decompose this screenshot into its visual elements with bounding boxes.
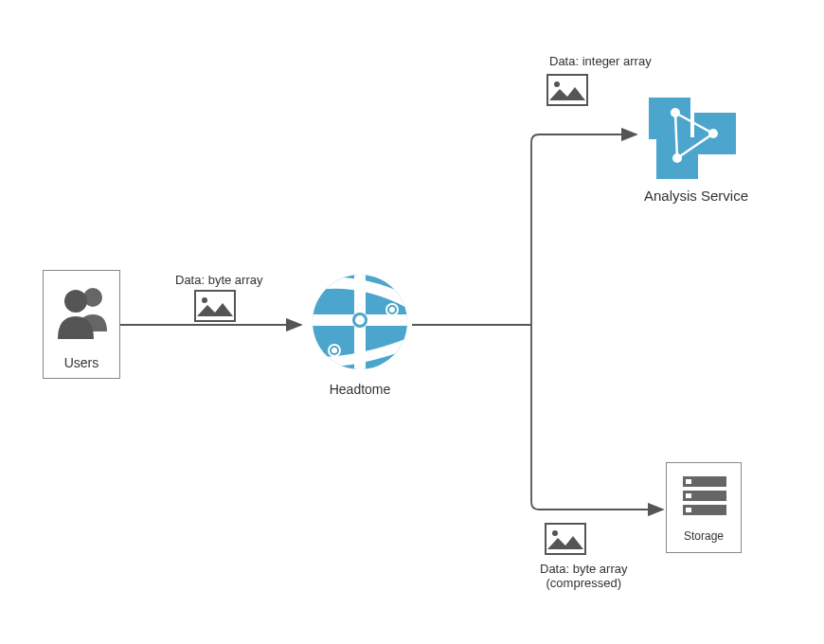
svg-rect-35 (546, 524, 585, 554)
image-icon (194, 290, 236, 322)
svg-rect-31 (195, 291, 235, 321)
svg-point-34 (554, 81, 560, 87)
edge-label-integer: Data: integer array (549, 54, 652, 68)
image-icon (546, 74, 588, 106)
edge-label-compressed: Data: byte array (compressed) (540, 562, 628, 590)
svg-rect-33 (547, 75, 587, 105)
connectors (0, 0, 824, 644)
svg-point-32 (202, 297, 207, 303)
edge-label-byte: Data: byte array (175, 273, 263, 287)
image-icon (545, 523, 586, 555)
svg-point-36 (552, 530, 558, 536)
edge-to-analysis (531, 134, 636, 325)
architecture-diagram: Users (0, 0, 824, 644)
edge-to-storage (531, 325, 663, 510)
